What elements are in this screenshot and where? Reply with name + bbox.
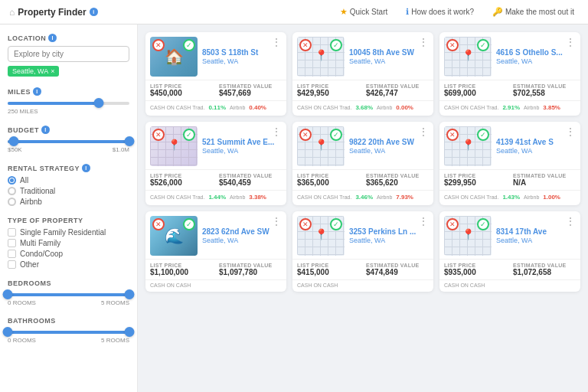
bathrooms-slider[interactable] [8, 331, 129, 334]
card-prices: LIST PRICE $365,000 ESTIMATED VALUE $365… [292, 169, 433, 190]
card-menu-icon[interactable]: ⋮ [418, 37, 429, 47]
dislike-button[interactable]: ✕ [446, 218, 459, 230]
cash-on-cash-label: CASH ON CASH [297, 283, 338, 288]
dislike-button[interactable]: ✕ [446, 39, 459, 51]
location-tag[interactable]: Seattle, WA × [8, 66, 59, 77]
est-value-value: $1,097,780 [219, 268, 282, 276]
rental-all-radio[interactable] [8, 176, 16, 185]
location-info-icon[interactable]: i [48, 34, 57, 42]
list-price-label: LIST PRICE [150, 83, 213, 89]
dislike-button[interactable]: ✕ [152, 39, 165, 51]
property-card: ⋮ ✕ 📍 ✓ 10045 8th Ave SW Seattle, WA LIS… [292, 32, 433, 116]
map-pin-icon: 📍 [462, 228, 475, 240]
miles-slider[interactable] [8, 102, 129, 105]
card-menu-icon[interactable]: ⋮ [418, 126, 429, 137]
list-price-value: $429,950 [297, 89, 360, 97]
prop-condo[interactable]: Condo/Coop [8, 250, 129, 258]
like-button[interactable]: ✓ [330, 218, 342, 230]
dislike-button[interactable]: ✕ [299, 129, 312, 141]
card-menu-icon[interactable]: ⋮ [565, 216, 576, 227]
card-menu-icon[interactable]: ⋮ [271, 126, 282, 137]
location-tag-text: Seattle, WA [12, 67, 48, 75]
like-button[interactable]: ✓ [477, 218, 489, 230]
prop-other-check[interactable] [8, 260, 16, 269]
prop-multi-check[interactable] [8, 239, 16, 247]
logo-info-icon[interactable]: i [90, 8, 98, 16]
card-prices: LIST PRICE $699,000 ESTIMATED VALUE $702… [439, 80, 580, 100]
rental-traditional-radio[interactable] [8, 187, 16, 195]
dislike-button[interactable]: ✕ [152, 129, 165, 141]
prop-sfr[interactable]: Single Family Residential [8, 228, 129, 237]
est-value-value: N/A [513, 178, 576, 187]
card-metrics: CASH ON CASH Trad. 0.11% Airbnb 0.40% [145, 100, 286, 116]
location-tag-close[interactable]: × [51, 67, 54, 75]
list-price-label: LIST PRICE [444, 263, 507, 268]
rental-airbnb[interactable]: Airbnb [8, 198, 129, 206]
property-city: Seattle, WA [496, 147, 576, 155]
property-address: 8314 17th Ave [496, 227, 576, 237]
properties-grid: ⋮ ✕ 🏠 ✓ 8503 S 118th St Seattle, WA LIST… [145, 32, 580, 292]
card-metrics: CASH ON CASH Trad. 3.46% Airbnb 7.93% [292, 190, 433, 205]
app-title: Property Finder [18, 7, 86, 18]
prop-sfr-check[interactable] [8, 228, 16, 237]
like-button[interactable]: ✓ [477, 39, 489, 51]
content-area: ⋮ ✕ 🏠 ✓ 8503 S 118th St Seattle, WA LIST… [138, 24, 588, 392]
like-button[interactable]: ✓ [183, 39, 195, 51]
property-address: 4139 41st Ave S [496, 137, 576, 147]
like-button[interactable]: ✓ [330, 129, 342, 141]
est-value-col: ESTIMATED VALUE $1,072,658 [513, 263, 576, 276]
card-menu-icon[interactable]: ⋮ [565, 126, 576, 137]
like-button[interactable]: ✓ [183, 218, 195, 230]
prop-condo-check[interactable] [8, 250, 16, 258]
card-header: ✕ 📍 ✓ 4139 41st Ave S Seattle, WA [439, 122, 580, 169]
list-price-col: LIST PRICE $935,000 [444, 263, 507, 276]
card-header: ✕ 🌊 ✓ 2823 62nd Ave SW Seattle, WA [145, 211, 286, 259]
like-button[interactable]: ✓ [477, 129, 489, 141]
card-prices: LIST PRICE $415,000 ESTIMATED VALUE $474… [292, 259, 433, 279]
budget-slider[interactable] [8, 140, 129, 143]
bedrooms-slider[interactable] [8, 293, 129, 296]
card-metrics: CASH ON CASH [439, 279, 580, 292]
map-pin-icon: 📍 [462, 49, 475, 61]
card-info: 4139 41st Ave S Seattle, WA [496, 126, 576, 158]
property-card: ⋮ ✕ 📍 ✓ 4616 S Othello S... Seattle, WA … [439, 32, 580, 116]
dislike-button[interactable]: ✕ [446, 129, 459, 141]
list-price-col: LIST PRICE $450,000 [150, 83, 213, 97]
rental-traditional[interactable]: Traditional [8, 187, 129, 195]
property-city: Seattle, WA [349, 237, 429, 244]
card-menu-icon[interactable]: ⋮ [271, 37, 282, 47]
list-price-value: $415,000 [297, 268, 360, 276]
make-most-btn[interactable]: 🔑 Make the most out it [488, 5, 579, 18]
list-price-label: LIST PRICE [444, 83, 507, 89]
like-button[interactable]: ✓ [183, 129, 195, 141]
rental-airbnb-radio[interactable] [8, 198, 16, 206]
est-value-col: ESTIMATED VALUE N/A [513, 173, 576, 187]
like-button[interactable]: ✓ [330, 39, 342, 51]
home-icon: ⌂ [9, 7, 15, 18]
card-menu-icon[interactable]: ⋮ [418, 216, 429, 227]
est-value-label: ESTIMATED VALUE [366, 83, 429, 89]
rental-info-icon[interactable]: i [82, 164, 90, 172]
property-city: Seattle, WA [496, 237, 576, 244]
card-thumbnail: ✕ 📍 ✓ [297, 37, 345, 77]
how-it-works-btn[interactable]: ℹ How does it work? [401, 5, 479, 18]
dislike-button[interactable]: ✕ [152, 218, 165, 230]
list-price-label: LIST PRICE [444, 173, 507, 178]
miles-info-icon[interactable]: i [33, 87, 41, 96]
property-card: ⋮ ✕ 🏠 ✓ 8503 S 118th St Seattle, WA LIST… [145, 32, 286, 116]
prop-multi[interactable]: Multi Family [8, 239, 129, 247]
budget-info-icon[interactable]: i [41, 126, 50, 134]
dislike-button[interactable]: ✕ [299, 218, 312, 230]
card-menu-icon[interactable]: ⋮ [565, 37, 576, 47]
prop-other[interactable]: Other [8, 260, 129, 269]
property-card: ⋮ ✕ 📍 ✓ 3253 Perkins Ln ... Seattle, WA … [292, 211, 433, 292]
property-city: Seattle, WA [349, 57, 429, 65]
location-input[interactable] [8, 46, 129, 62]
quick-start-btn[interactable]: ★ Quick Start [335, 5, 392, 18]
card-metrics: CASH ON CASH [292, 279, 433, 292]
dislike-button[interactable]: ✕ [299, 39, 312, 51]
rental-all[interactable]: All [8, 176, 129, 185]
est-value-label: ESTIMATED VALUE [219, 173, 282, 178]
card-menu-icon[interactable]: ⋮ [271, 216, 282, 227]
property-address: 4616 S Othello S... [496, 47, 576, 57]
